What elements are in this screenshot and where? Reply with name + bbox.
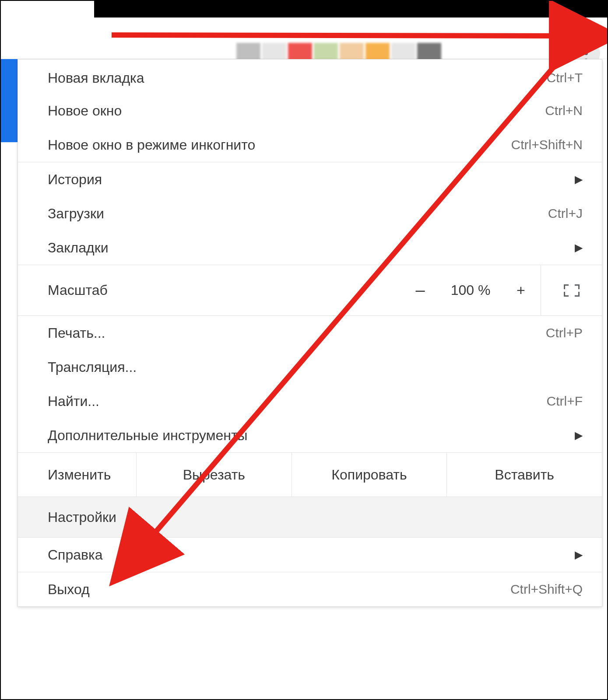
menu-item-shortcut: Ctrl+T — [547, 70, 583, 85]
kebab-dot-icon — [584, 52, 588, 55]
menu-item-shortcut: Ctrl+P — [546, 326, 583, 340]
menu-item-shortcut: Ctrl+N — [545, 103, 583, 118]
zoom-label: Масштаб — [48, 282, 108, 298]
zoom-value: 100 % — [440, 282, 501, 298]
menu-item-edit-row: Изменить Вырезать Копировать Вставить — [18, 453, 602, 497]
menu-item-shortcut: Ctrl+J — [548, 206, 583, 221]
chevron-right-icon: ▶ — [575, 242, 583, 254]
edit-cut-button[interactable]: Вырезать — [136, 453, 292, 497]
menu-item-help[interactable]: Справка ▶ — [18, 538, 602, 572]
edit-paste-button[interactable]: Вставить — [446, 453, 602, 497]
menu-item-find[interactable]: Найти... Ctrl+F — [18, 384, 602, 418]
window-titlebar-dark — [94, 0, 608, 18]
chevron-right-icon: ▶ — [575, 549, 583, 561]
menu-item-label: Новая вкладка — [48, 70, 144, 86]
chevron-right-icon: ▶ — [575, 429, 583, 441]
menu-item-downloads[interactable]: Загрузки Ctrl+J — [18, 196, 602, 231]
chevron-right-icon: ▶ — [575, 173, 583, 186]
zoom-in-button[interactable]: + — [501, 282, 541, 299]
menu-item-shortcut: Ctrl+F — [547, 394, 583, 409]
menu-item-new-window[interactable]: Новое окно Ctrl+N — [18, 94, 602, 128]
menu-item-label: Настройки — [48, 509, 116, 525]
menu-item-zoom: Масштаб – 100 % + — [18, 265, 602, 315]
menu-item-incognito[interactable]: Новое окно в режиме инкогнито Ctrl+Shift… — [18, 128, 602, 162]
favicon — [262, 43, 286, 61]
menu-item-label: Загрузки — [48, 206, 104, 222]
favicon — [340, 43, 364, 61]
menu-item-label: Дополнительные инструменты — [48, 427, 248, 444]
tab-favicon-strip — [236, 43, 441, 61]
menu-item-label: Печать... — [48, 325, 105, 341]
menu-item-bookmarks[interactable]: Закладки ▶ — [18, 231, 602, 265]
menu-item-label: Новое окно — [48, 103, 122, 119]
menu-item-label: История — [48, 172, 102, 188]
favicon — [366, 43, 390, 61]
menu-item-label: Трансляция... — [48, 359, 137, 375]
menu-item-history[interactable]: История ▶ — [18, 162, 602, 196]
edit-copy-button[interactable]: Копировать — [292, 453, 447, 497]
page-header-accent — [0, 59, 18, 142]
menu-item-shortcut: Ctrl+Shift+Q — [510, 582, 583, 597]
menu-item-new-tab[interactable]: Новая вкладка Ctrl+T — [18, 60, 602, 94]
menu-item-label: Новое окно в режиме инкогнито — [48, 137, 255, 153]
menu-item-exit[interactable]: Выход Ctrl+Shift+Q — [18, 572, 602, 606]
menu-item-shortcut: Ctrl+Shift+N — [511, 137, 583, 152]
favicon — [236, 43, 260, 61]
chrome-main-menu: Новая вкладка Ctrl+T Новое окно Ctrl+N Н… — [18, 59, 602, 607]
menu-item-print[interactable]: Печать... Ctrl+P — [18, 316, 602, 350]
favicon — [288, 43, 312, 61]
menu-item-label: Справка — [48, 547, 103, 563]
favicon — [391, 43, 415, 61]
zoom-out-button[interactable]: – — [401, 281, 440, 300]
browser-toolbar — [0, 18, 608, 59]
menu-item-more-tools[interactable]: Дополнительные инструменты ▶ — [18, 418, 602, 452]
edit-label: Изменить — [18, 453, 136, 497]
fullscreen-button[interactable] — [541, 265, 602, 315]
menu-item-cast[interactable]: Трансляция... — [18, 350, 602, 384]
menu-item-label: Выход — [48, 581, 90, 598]
menu-item-label: Найти... — [48, 393, 99, 410]
menu-item-label: Закладки — [48, 240, 109, 256]
menu-item-settings[interactable]: Настройки — [18, 497, 602, 537]
favicon — [417, 43, 441, 61]
fullscreen-icon — [564, 284, 580, 297]
favicon — [314, 43, 338, 61]
kebab-dot-icon — [584, 45, 588, 48]
